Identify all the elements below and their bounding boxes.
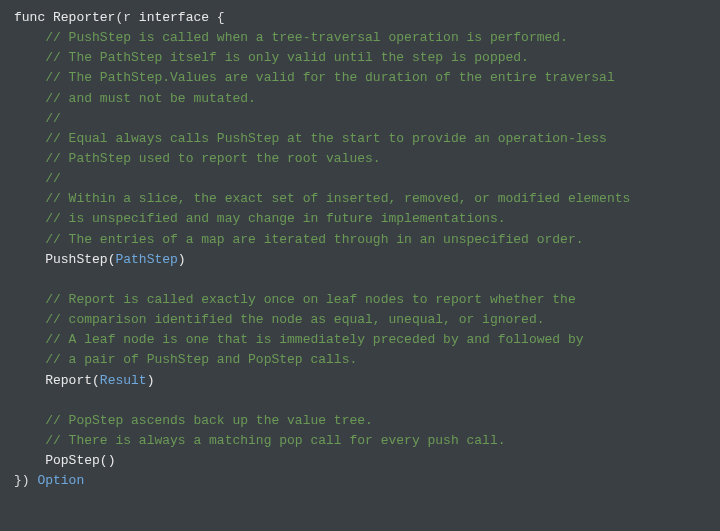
brace-close: }) bbox=[14, 473, 37, 488]
comment-line: // Within a slice, the exact set of inse… bbox=[45, 191, 630, 206]
paren-open: (r bbox=[115, 10, 138, 25]
comment-line: // The PathStep.Values are valid for the… bbox=[45, 70, 615, 85]
func-name: Reporter bbox=[53, 10, 115, 25]
indent bbox=[14, 111, 45, 126]
method-report: Report( bbox=[45, 373, 100, 388]
comment-line: // bbox=[45, 171, 61, 186]
comment-line: // The entries of a map are iterated thr… bbox=[45, 232, 583, 247]
brace-open: { bbox=[209, 10, 225, 25]
comment-line: // Report is called exactly once on leaf… bbox=[45, 292, 576, 307]
indent bbox=[14, 252, 45, 267]
indent bbox=[14, 50, 45, 65]
comment-line: // is unspecified and may change in futu… bbox=[45, 211, 505, 226]
indent bbox=[14, 292, 45, 307]
indent bbox=[14, 91, 45, 106]
indent bbox=[14, 352, 45, 367]
comment-line: // There is always a matching pop call f… bbox=[45, 433, 505, 448]
comment-line: // A leaf node is one that is immediatel… bbox=[45, 332, 583, 347]
comment-line: // bbox=[45, 111, 61, 126]
indent bbox=[14, 70, 45, 85]
indent bbox=[14, 191, 45, 206]
type-result: Result bbox=[100, 373, 147, 388]
indent bbox=[14, 433, 45, 448]
paren-close: ) bbox=[178, 252, 186, 267]
indent bbox=[14, 151, 45, 166]
comment-line: // PopStep ascends back up the value tre… bbox=[45, 413, 373, 428]
comment-line: // a pair of PushStep and PopStep calls. bbox=[45, 352, 357, 367]
comment-line: // and must not be mutated. bbox=[45, 91, 256, 106]
indent bbox=[14, 232, 45, 247]
indent bbox=[14, 312, 45, 327]
indent bbox=[14, 413, 45, 428]
indent bbox=[14, 30, 45, 45]
indent bbox=[14, 171, 45, 186]
comment-line: // comparison identified the node as equ… bbox=[45, 312, 544, 327]
return-type-option: Option bbox=[37, 473, 84, 488]
indent bbox=[14, 332, 45, 347]
method-pushstep: PushStep( bbox=[45, 252, 115, 267]
indent bbox=[14, 211, 45, 226]
comment-line: // PathStep used to report the root valu… bbox=[45, 151, 380, 166]
code-block: func Reporter(r interface { // PushStep … bbox=[14, 8, 706, 491]
paren-close: ) bbox=[147, 373, 155, 388]
indent bbox=[14, 453, 45, 468]
keyword-interface: interface bbox=[139, 10, 209, 25]
comment-line: // PushStep is called when a tree-traver… bbox=[45, 30, 568, 45]
indent bbox=[14, 373, 45, 388]
comment-line: // Equal always calls PushStep at the st… bbox=[45, 131, 607, 146]
indent bbox=[14, 131, 45, 146]
keyword-func: func bbox=[14, 10, 53, 25]
comment-line: // The PathStep itself is only valid unt… bbox=[45, 50, 529, 65]
type-pathstep: PathStep bbox=[115, 252, 177, 267]
method-popstep: PopStep() bbox=[45, 453, 115, 468]
